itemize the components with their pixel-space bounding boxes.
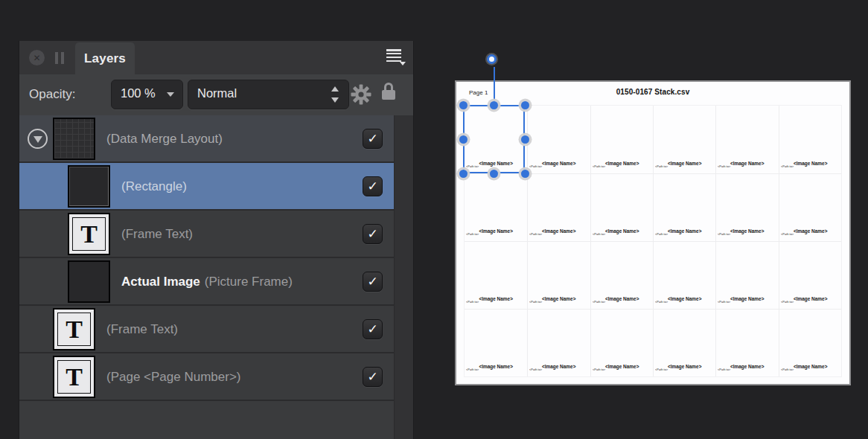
merge-cell[interactable]: <Image Name><Path to> [465, 309, 527, 376]
layer-row[interactable]: T(Frame Text)✓ [19, 211, 394, 258]
merge-cell[interactable]: <Image Name><Path to> [527, 173, 590, 241]
merge-cell[interactable]: <Image Name><Path to> [465, 173, 527, 241]
path-placeholder: <Path to> [655, 368, 668, 371]
path-placeholder: <Path to> [655, 301, 668, 304]
layer-thumbnail [53, 118, 95, 160]
path-placeholder: <Path to> [718, 233, 730, 236]
merge-cell[interactable]: <Image Name><Path to> [715, 106, 778, 173]
visibility-checkbox[interactable]: ✓ [363, 319, 383, 339]
close-icon[interactable]: ✕ [29, 50, 45, 65]
path-placeholder: <Path to> [655, 233, 668, 236]
merge-cell[interactable]: <Image Name><Path to> [653, 173, 715, 241]
expand-triangle-icon[interactable] [28, 129, 48, 149]
text-frame-thumbnail: T [53, 308, 95, 350]
blend-mode-dropdown[interactable]: Normal [188, 80, 349, 109]
path-placeholder: <Path to> [781, 368, 794, 371]
layer-row[interactable]: Actual Image(Picture Frame)✓ [19, 258, 394, 306]
merge-cell[interactable]: <Image Name><Path to> [715, 309, 778, 376]
gear-icon[interactable] [351, 84, 371, 105]
handle-top-right[interactable] [521, 101, 529, 109]
merge-cell[interactable]: <Image Name><Path to> [590, 106, 653, 173]
merge-cell[interactable]: <Image Name><Path to> [779, 173, 841, 241]
layer-label: (Data Merge Layout) [106, 115, 223, 163]
layer-label: Actual Image(Picture Frame) [121, 258, 293, 306]
merge-cell[interactable]: <Image Name><Path to> [653, 241, 715, 309]
merge-cell[interactable]: <Image Name><Path to> [527, 106, 590, 173]
app-window: ✕ Layers Opacity: 100 % Normal [0, 0, 868, 439]
visibility-checkbox[interactable]: ✓ [363, 129, 383, 149]
text-frame-thumbnail: T [68, 213, 110, 255]
merge-cell[interactable]: <Image Name><Path to> [779, 309, 841, 376]
merge-cell[interactable]: <Image Name><Path to> [465, 241, 527, 309]
data-source-title: 0150-0167 Stack.csv [456, 88, 849, 96]
merge-cell[interactable]: <Image Name><Path to> [653, 309, 715, 376]
layer-type-label: (Frame Text) [106, 322, 178, 337]
handle-bottom-right[interactable] [521, 170, 529, 178]
panel-tab-bar: ✕ Layers [19, 41, 413, 74]
layer-type-label: (Page <Page Number>) [106, 370, 241, 385]
blend-mode-value: Normal [197, 86, 237, 100]
visibility-checkbox[interactable]: ✓ [363, 367, 383, 387]
merge-cell[interactable]: <Image Name><Path to> [527, 309, 590, 376]
merge-cell[interactable]: <Image Name><Path to> [715, 173, 778, 241]
lock-icon[interactable] [381, 83, 396, 105]
stepper-icon [331, 86, 339, 103]
panel-menu-icon[interactable] [386, 49, 406, 65]
layer-type-label: (Picture Frame) [205, 275, 293, 289]
merge-cell[interactable]: <Image Name><Path to> [527, 241, 590, 309]
handle-bottom-mid[interactable] [490, 170, 498, 178]
path-placeholder: <Path to> [529, 165, 542, 168]
path-placeholder: <Path to> [593, 301, 605, 304]
layer-type-label: (Rectangle) [121, 179, 187, 194]
tab-layers[interactable]: Layers [75, 42, 135, 74]
path-placeholder: <Path to> [718, 165, 730, 168]
layer-thumbnail [68, 165, 110, 208]
layer-type-label: (Frame Text) [121, 227, 193, 242]
rotation-stem [494, 67, 495, 105]
opacity-label: Opacity: [29, 87, 75, 102]
path-placeholder: <Path to> [781, 165, 794, 168]
document-page: Page 1 0150-0167 Stack.csv <Image Name><… [455, 80, 851, 385]
layer-row[interactable]: (Rectangle)✓ [19, 163, 394, 211]
layer-label: (Frame Text) [121, 211, 193, 258]
visibility-checkbox[interactable]: ✓ [363, 224, 383, 244]
layers-toolbar: Opacity: 100 % Normal [19, 74, 413, 115]
merge-cell[interactable]: <Image Name><Path to> [590, 173, 653, 241]
merge-cell[interactable]: <Image Name><Path to> [779, 106, 841, 173]
path-placeholder: <Path to> [529, 233, 542, 236]
path-placeholder: <Path to> [529, 301, 542, 304]
layer-label: (Rectangle) [121, 163, 187, 211]
text-frame-thumbnail: T [53, 356, 95, 398]
layer-row[interactable]: (Data Merge Layout)✓ [19, 115, 394, 163]
layer-list: (Data Merge Layout)✓(Rectangle)✓T(Frame … [19, 115, 394, 401]
layer-thumbnail [68, 260, 110, 303]
path-placeholder: <Path to> [781, 233, 794, 236]
merge-cell[interactable]: <Image Name><Path to> [779, 241, 841, 309]
layer-label: (Page <Page Number>) [106, 353, 241, 401]
rotation-handle[interactable] [487, 54, 497, 64]
visibility-checkbox[interactable]: ✓ [363, 176, 383, 196]
handle-top-left[interactable] [459, 101, 467, 109]
document-canvas[interactable]: Page 1 0150-0167 Stack.csv <Image Name><… [414, 0, 868, 439]
handle-mid-right[interactable] [521, 135, 529, 144]
opacity-dropdown[interactable]: 100 % [111, 80, 183, 109]
merge-cell[interactable]: <Image Name><Path to> [590, 241, 653, 309]
visibility-checkbox[interactable]: ✓ [363, 272, 383, 292]
merge-cell[interactable]: <Image Name><Path to> [715, 241, 778, 309]
path-placeholder: <Path to> [593, 165, 605, 168]
layer-type-label: (Data Merge Layout) [106, 132, 223, 147]
pause-icon[interactable] [55, 52, 64, 64]
panel-scrollbar[interactable] [394, 115, 413, 439]
path-placeholder: <Path to> [529, 368, 542, 371]
handle-bottom-left[interactable] [459, 170, 467, 178]
layer-row[interactable]: T(Page <Page Number>)✓ [19, 353, 394, 401]
path-placeholder: <Path to> [466, 233, 479, 236]
path-placeholder: <Path to> [781, 301, 794, 304]
merge-cell[interactable]: <Image Name><Path to> [590, 309, 653, 376]
layer-row[interactable]: T(Frame Text)✓ [19, 306, 394, 353]
merge-cell[interactable]: <Image Name><Path to> [653, 106, 715, 173]
layers-panel: ✕ Layers Opacity: 100 % Normal [19, 41, 414, 439]
path-placeholder: <Path to> [593, 368, 605, 371]
handle-mid-left[interactable] [459, 135, 467, 144]
handle-top-mid[interactable] [490, 101, 498, 109]
